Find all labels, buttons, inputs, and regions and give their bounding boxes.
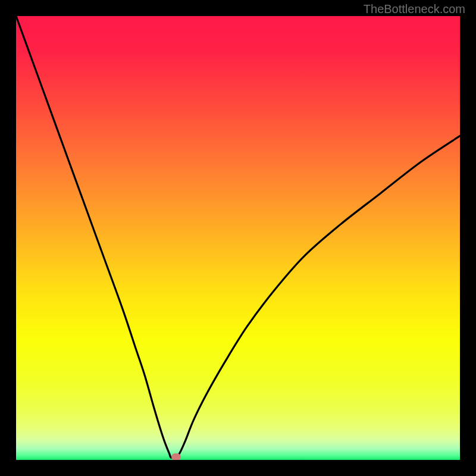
watermark-text: TheBottleneck.com bbox=[364, 2, 465, 16]
chart-frame: TheBottleneck.com bbox=[0, 0, 476, 476]
optimum-marker bbox=[171, 453, 181, 460]
bottleneck-curve bbox=[16, 16, 460, 460]
plot-area bbox=[16, 16, 460, 460]
